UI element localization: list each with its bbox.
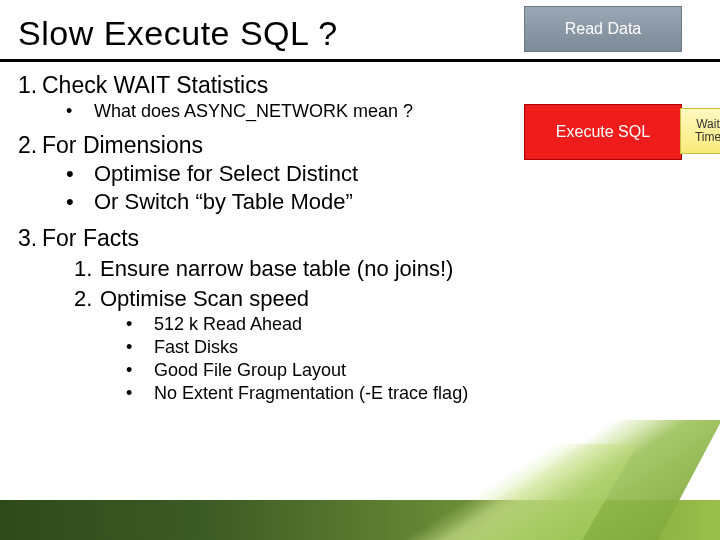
num: 1. (74, 256, 100, 282)
slide: { "title": "Slow Execute SQL ?", "boxes"… (0, 0, 720, 540)
bullet: • (126, 383, 154, 404)
text: No Extent Fragmentation (-E trace flag) (154, 383, 468, 403)
text: What does ASYNC_NETWORK mean ? (94, 101, 413, 121)
text: For Facts (42, 225, 139, 251)
point-3-sub-1: 1.Ensure narrow base table (no joins!) (74, 256, 720, 282)
bullet: • (126, 360, 154, 381)
num: 2. (18, 132, 42, 159)
num: 3. (18, 225, 42, 252)
num: 1. (18, 72, 42, 99)
point-3-sub-2: 2.Optimise Scan speed (74, 286, 720, 312)
text: Good File Group Layout (154, 360, 346, 380)
footer-graphic (0, 500, 720, 540)
num: 2. (74, 286, 100, 312)
bullet: • (126, 314, 154, 335)
bullet: • (66, 161, 94, 187)
text: 512 k Read Ahead (154, 314, 302, 334)
execute-sql-box: Execute SQL (524, 104, 682, 160)
text: Optimise Scan speed (100, 286, 309, 311)
execute-sql-label: Execute SQL (556, 123, 650, 141)
read-data-label: Read Data (565, 20, 642, 38)
wait-time-box: Wait Time (680, 108, 720, 154)
bullet: • (66, 189, 94, 215)
point-3-sub-2-1: •512 k Read Ahead (126, 314, 720, 335)
bullet: • (126, 337, 154, 358)
point-3: 3.For Facts (18, 225, 720, 252)
text: Or Switch “by Table Mode” (94, 189, 353, 214)
point-2-sub-2: •Or Switch “by Table Mode” (66, 189, 720, 215)
point-3-sub-2-3: •Good File Group Layout (126, 360, 720, 381)
point-1: 1.Check WAIT Statistics (18, 72, 720, 99)
bullet: • (66, 101, 94, 122)
point-3-sub-2-4: •No Extent Fragmentation (-E trace flag) (126, 383, 720, 404)
text: Check WAIT Statistics (42, 72, 268, 98)
wait-label-2: Time (695, 131, 720, 144)
text: For Dimensions (42, 132, 203, 158)
read-data-box: Read Data (524, 6, 682, 52)
point-2-sub-1: •Optimise for Select Distinct (66, 161, 720, 187)
text: Optimise for Select Distinct (94, 161, 358, 186)
point-3-sub-2-2: •Fast Disks (126, 337, 720, 358)
text: Fast Disks (154, 337, 238, 357)
text: Ensure narrow base table (no joins!) (100, 256, 453, 281)
